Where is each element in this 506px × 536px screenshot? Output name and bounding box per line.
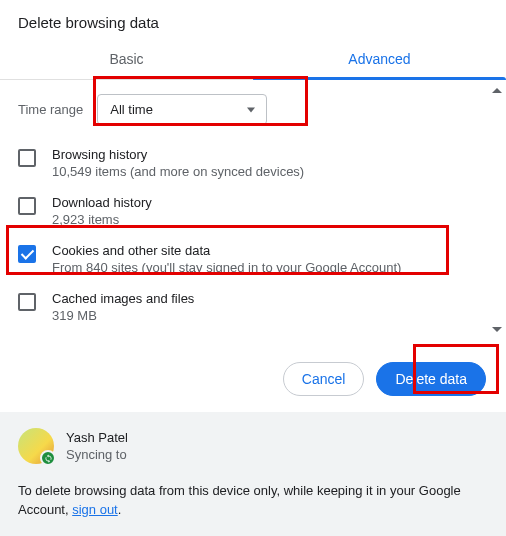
tabs: Basic Advanced	[0, 41, 506, 80]
option-title: Cookies and other site data	[52, 243, 401, 258]
checkbox-download-history[interactable]	[18, 197, 36, 215]
checkbox-browsing-history[interactable]	[18, 149, 36, 167]
option-cookies[interactable]: Cookies and other site data From 840 sit…	[18, 235, 488, 283]
cancel-button[interactable]: Cancel	[283, 362, 365, 396]
scrollbar[interactable]	[490, 88, 504, 332]
chevron-down-icon	[247, 107, 255, 112]
checkbox-cookies[interactable]	[18, 245, 36, 263]
option-browsing-history[interactable]: Browsing history 10,549 items (and more …	[18, 139, 488, 187]
account-sync-status: Syncing to	[66, 447, 128, 462]
info-suffix: .	[118, 502, 122, 517]
account-row: Yash Patel Syncing to	[18, 428, 488, 464]
option-title: Download history	[52, 195, 152, 210]
avatar	[18, 428, 54, 464]
account-panel: Yash Patel Syncing to To delete browsing…	[0, 412, 506, 536]
sync-icon	[40, 450, 56, 466]
footer-buttons: Cancel Delete data	[0, 340, 506, 412]
tab-basic[interactable]: Basic	[0, 41, 253, 79]
checkbox-cached[interactable]	[18, 293, 36, 311]
time-range-row: Time range All time	[18, 80, 488, 139]
delete-data-button[interactable]: Delete data	[376, 362, 486, 396]
option-subtitle: 10,549 items (and more on synced devices…	[52, 164, 304, 179]
option-subtitle: 2,923 items	[52, 212, 152, 227]
time-range-select[interactable]: All time	[97, 94, 267, 125]
signout-info: To delete browsing data from this device…	[18, 482, 488, 520]
signout-link[interactable]: sign out	[72, 502, 118, 517]
options-area: Time range All time Browsing history 10,…	[0, 80, 506, 340]
option-title: Browsing history	[52, 147, 304, 162]
dialog-title: Delete browsing data	[0, 0, 506, 41]
option-subtitle: 319 MB	[52, 308, 194, 323]
time-range-label: Time range	[18, 102, 83, 117]
account-name: Yash Patel	[66, 430, 128, 445]
option-download-history[interactable]: Download history 2,923 items	[18, 187, 488, 235]
option-subtitle: From 840 sites (you'll stay signed in to…	[52, 260, 401, 275]
tab-advanced[interactable]: Advanced	[253, 41, 506, 79]
time-range-value: All time	[110, 102, 153, 117]
option-cached[interactable]: Cached images and files 319 MB	[18, 283, 488, 331]
scroll-up-icon[interactable]	[492, 88, 502, 93]
scroll-down-icon[interactable]	[492, 327, 502, 332]
option-title: Cached images and files	[52, 291, 194, 306]
